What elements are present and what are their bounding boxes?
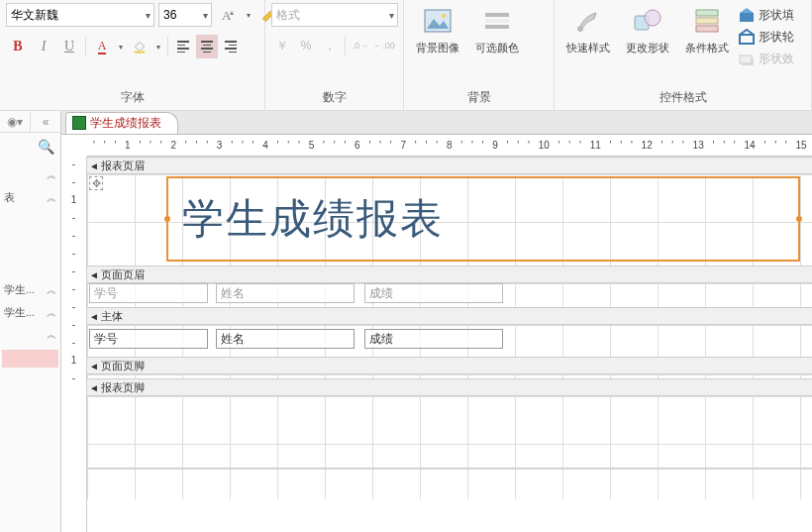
svg-rect-12 bbox=[696, 10, 718, 16]
svg-text:▴: ▴ bbox=[230, 8, 234, 17]
section-bar-page-header[interactable]: ◄页面页眉 bbox=[87, 266, 812, 283]
section-detail[interactable]: 学号 姓名 成绩 bbox=[87, 325, 812, 357]
ribbon-group-controls: 快速样式 更改形状 条件格式 形状填 bbox=[555, 0, 812, 110]
chevron-up-icon: ︽ bbox=[47, 306, 56, 320]
bold-button[interactable]: B bbox=[6, 35, 30, 58]
conditional-format-button[interactable]: 条件格式 bbox=[679, 3, 735, 66]
comma-button[interactable]: , bbox=[319, 35, 341, 56]
shape-outline-button[interactable]: 形状轮 bbox=[739, 27, 794, 47]
svg-rect-15 bbox=[740, 13, 754, 22]
sidebar-item-student1[interactable]: 学生...︽ bbox=[2, 278, 58, 301]
navigation-sidebar: ◉▾ « 🔍 ︽ 表︽ 学生...︽ 学生...︽ ︽ bbox=[0, 111, 61, 532]
design-canvas: 学生成绩报表 ' ' ' 1 ' ' ' 2 ' ' ' 3 ' ' ' 4 '… bbox=[61, 111, 812, 532]
section-bar-page-footer[interactable]: ◄页面页脚 bbox=[87, 357, 812, 374]
svg-rect-18 bbox=[740, 55, 752, 63]
sidebar-collapse[interactable]: ︽ bbox=[2, 324, 58, 346]
change-shape-icon bbox=[632, 5, 663, 37]
align-center-icon bbox=[201, 41, 213, 53]
align-left-button[interactable] bbox=[172, 35, 194, 58]
align-left-icon bbox=[177, 41, 189, 53]
move-handle-icon[interactable]: ✥ bbox=[89, 176, 103, 190]
tab-title: 学生成绩报表 bbox=[90, 115, 161, 132]
currency-button[interactable]: ￥ bbox=[271, 35, 293, 56]
svg-rect-8 bbox=[485, 25, 509, 29]
change-shape-label: 更改形状 bbox=[626, 41, 669, 55]
font-color-dropdown[interactable]: ▾ bbox=[116, 35, 126, 58]
section-report-header[interactable]: ✥ 学生成绩报表 bbox=[87, 174, 812, 266]
chevron-up-icon: ︽ bbox=[47, 191, 56, 205]
decrease-decimal-button[interactable]: ←.00 bbox=[373, 35, 395, 56]
font-color-button[interactable]: A bbox=[90, 35, 114, 58]
sidebar-selected-item[interactable] bbox=[2, 350, 58, 368]
section-page-footer[interactable] bbox=[87, 374, 812, 378]
font-family-select[interactable]: 华文新魏 bbox=[6, 3, 154, 27]
svg-point-5 bbox=[442, 14, 446, 18]
align-right-icon bbox=[225, 41, 237, 53]
italic-button[interactable]: I bbox=[32, 35, 55, 58]
font-size-select[interactable]: 36 bbox=[158, 3, 212, 27]
number-format-select[interactable]: 格式 bbox=[271, 3, 398, 27]
vertical-ruler[interactable]: --1-- ----- -1- bbox=[61, 157, 87, 532]
section-bar-detail[interactable]: ◄主体 bbox=[87, 307, 812, 325]
underline-button[interactable]: U bbox=[57, 35, 81, 58]
align-right-button[interactable] bbox=[220, 35, 242, 58]
shape-effect-icon bbox=[739, 51, 755, 66]
circle-dropdown-icon: ◉▾ bbox=[7, 115, 23, 129]
background-image-button[interactable]: 背景图像 bbox=[410, 3, 465, 66]
svg-rect-7 bbox=[485, 19, 509, 23]
section-bar-report-header[interactable]: ◄报表页眉 bbox=[87, 157, 812, 174]
conditional-icon bbox=[691, 5, 723, 37]
ribbon: 华文新魏 36 A▴ ▾ B I U A ▾ ▾ bbox=[0, 0, 812, 111]
ribbon-group-number: 格式 ￥ % , .0→ ←.00 数字 bbox=[265, 0, 404, 110]
svg-rect-14 bbox=[696, 26, 718, 32]
shape-effect-button[interactable]: 形状效 bbox=[739, 49, 794, 68]
header-label-id[interactable]: 学号 bbox=[89, 283, 208, 303]
svg-rect-13 bbox=[696, 18, 718, 24]
horizontal-ruler[interactable]: ' ' ' 1 ' ' ' 2 ' ' ' 3 ' ' ' 4 ' ' ' 5 … bbox=[87, 135, 812, 157]
ribbon-group-font: 华文新魏 36 A▴ ▾ B I U A ▾ ▾ bbox=[0, 0, 265, 110]
field-name[interactable]: 姓名 bbox=[216, 329, 355, 349]
fill-color-button[interactable] bbox=[128, 35, 152, 58]
field-id[interactable]: 学号 bbox=[89, 329, 208, 349]
sidebar-item-table[interactable]: 表︽ bbox=[2, 186, 58, 209]
shape-outline-icon bbox=[739, 29, 755, 45]
report-sections: ◄报表页眉 ✥ 学生成绩报表 ◄页面页眉 学号 姓名 成绩 ◄主体 学号 姓名 … bbox=[87, 157, 812, 532]
header-label-name[interactable]: 姓名 bbox=[216, 283, 355, 303]
fill-color-dropdown[interactable]: ▾ bbox=[153, 35, 163, 58]
svg-point-9 bbox=[577, 26, 583, 32]
sidebar-item-student2[interactable]: 学生...︽ bbox=[2, 301, 58, 324]
sidebar-dropdown-button[interactable]: ◉▾ bbox=[0, 111, 31, 132]
background-image-label: 背景图像 bbox=[416, 41, 459, 55]
search-icon[interactable]: 🔍 bbox=[38, 139, 54, 155]
report-icon bbox=[72, 116, 86, 130]
bucket-icon bbox=[132, 39, 148, 54]
brush-icon bbox=[572, 5, 604, 37]
ribbon-group-background: 背景图像 可选颜色 背景 bbox=[404, 0, 555, 110]
increase-decimal-button[interactable]: .0→ bbox=[350, 35, 371, 56]
separator bbox=[167, 37, 168, 56]
header-label-score[interactable]: 成绩 bbox=[364, 283, 503, 303]
document-tab-bar: 学生成绩报表 bbox=[61, 111, 812, 135]
alt-color-button[interactable]: 可选颜色 bbox=[469, 3, 525, 66]
group-label-number: 数字 bbox=[271, 85, 397, 110]
align-center-button[interactable] bbox=[196, 35, 218, 58]
separator bbox=[85, 37, 86, 56]
sidebar-group-tables[interactable]: ︽ bbox=[2, 164, 58, 186]
font-more-dropdown[interactable]: ▾ bbox=[244, 3, 254, 27]
section-report-footer[interactable] bbox=[87, 396, 812, 468]
section-page-header[interactable]: 学号 姓名 成绩 bbox=[87, 283, 812, 307]
section-bar-report-footer[interactable]: ◄报表页脚 bbox=[87, 378, 812, 396]
percent-button[interactable]: % bbox=[295, 35, 317, 56]
increase-font-button[interactable]: A▴ bbox=[216, 3, 240, 27]
document-tab[interactable]: 学生成绩报表 bbox=[65, 112, 178, 134]
chevron-up-icon: ︽ bbox=[47, 168, 56, 182]
shape-fill-button[interactable]: 形状填 bbox=[739, 5, 794, 25]
group-label-background: 背景 bbox=[410, 85, 548, 110]
shape-format-list: 形状填 形状轮 形状效 bbox=[739, 3, 794, 70]
report-title-label[interactable]: 学生成绩报表 bbox=[166, 176, 800, 262]
change-shape-button[interactable]: 更改形状 bbox=[620, 3, 675, 66]
quick-style-button[interactable]: 快速样式 bbox=[560, 3, 616, 66]
chevron-up-icon: ︽ bbox=[47, 328, 56, 342]
field-score[interactable]: 成绩 bbox=[364, 329, 503, 349]
sidebar-chevron-button[interactable]: « bbox=[31, 111, 60, 132]
